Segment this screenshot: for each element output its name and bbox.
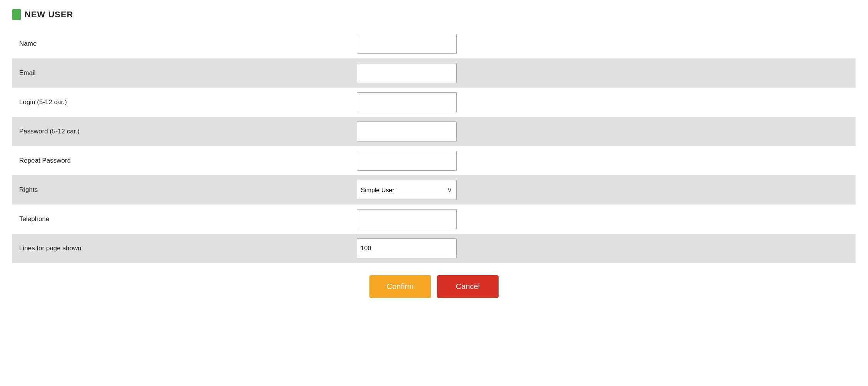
new-user-form: NameEmailLogin (5-12 car.)Password (5-12…	[12, 29, 856, 263]
page-header: NEW USER	[12, 9, 856, 20]
green-rectangle-icon	[12, 9, 21, 20]
form-row-rights-field: RightsSimple UserAdministratorModerator∨	[12, 175, 856, 205]
password-field[interactable]	[357, 121, 457, 141]
input-cell-lines-field	[350, 234, 856, 263]
login-field[interactable]	[357, 92, 457, 112]
name-field[interactable]	[357, 34, 457, 54]
input-cell-password-field	[350, 117, 856, 146]
input-cell-login-field	[350, 88, 856, 117]
form-row-name-field: Name	[12, 29, 856, 58]
page-container: NEW USER NameEmailLogin (5-12 car.)Passw…	[0, 0, 868, 386]
email-field[interactable]	[357, 63, 457, 83]
input-cell-telephone-field	[350, 205, 856, 234]
label-login-field: Login (5-12 car.)	[12, 88, 350, 117]
label-rights-field: Rights	[12, 175, 350, 205]
form-row-email-field: Email	[12, 58, 856, 88]
form-row-telephone-field: Telephone	[12, 205, 856, 234]
page-title: NEW USER	[25, 10, 73, 20]
form-row-login-field: Login (5-12 car.)	[12, 88, 856, 117]
input-cell-repeat-password-field	[350, 146, 856, 175]
input-cell-name-field	[350, 29, 856, 58]
form-row-repeat-password-field: Repeat Password	[12, 146, 856, 175]
rights-field[interactable]: Simple UserAdministratorModerator	[357, 180, 457, 200]
lines-field[interactable]	[357, 238, 457, 258]
label-password-field: Password (5-12 car.)	[12, 117, 350, 146]
form-row-password-field: Password (5-12 car.)	[12, 117, 856, 146]
input-cell-email-field	[350, 58, 856, 88]
form-buttons: Confirm Cancel	[12, 275, 856, 298]
cancel-button[interactable]: Cancel	[437, 275, 499, 298]
form-row-lines-field: Lines for page shown	[12, 234, 856, 263]
label-lines-field: Lines for page shown	[12, 234, 350, 263]
confirm-button[interactable]: Confirm	[369, 275, 431, 298]
label-repeat-password-field: Repeat Password	[12, 146, 350, 175]
select-wrapper-rights-field: Simple UserAdministratorModerator∨	[357, 180, 457, 200]
label-email-field: Email	[12, 58, 350, 88]
label-name-field: Name	[12, 29, 350, 58]
label-telephone-field: Telephone	[12, 205, 350, 234]
input-cell-rights-field: Simple UserAdministratorModerator∨	[350, 175, 856, 205]
repeat-password-field[interactable]	[357, 151, 457, 171]
telephone-field[interactable]	[357, 209, 457, 229]
